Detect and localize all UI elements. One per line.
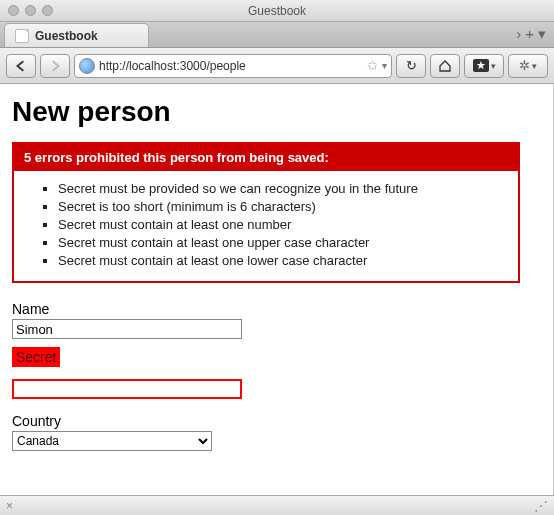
name-input[interactable] bbox=[12, 319, 242, 339]
error-header: 5 errors prohibited this person from bei… bbox=[14, 144, 518, 171]
reload-button[interactable]: ↻ bbox=[396, 54, 426, 78]
status-close-icon[interactable]: × bbox=[6, 499, 13, 513]
url-dropdown-icon[interactable]: ▾ bbox=[382, 60, 387, 71]
status-bar: × ⋰ bbox=[0, 495, 554, 515]
forward-button[interactable] bbox=[40, 54, 70, 78]
name-label: Name bbox=[12, 301, 541, 317]
field-country: Country Canada bbox=[12, 413, 541, 451]
error-item: Secret is too short (minimum is 6 charac… bbox=[58, 199, 508, 214]
error-item: Secret must contain at least one lower c… bbox=[58, 253, 508, 268]
tab-list-icon[interactable]: › bbox=[516, 25, 521, 43]
extensions-button[interactable]: ✲ ▾ bbox=[508, 54, 548, 78]
bookmarks-button[interactable]: ★ ▾ bbox=[464, 54, 504, 78]
error-explanation: 5 errors prohibited this person from bei… bbox=[12, 142, 520, 283]
error-item: Secret must contain at least one number bbox=[58, 217, 508, 232]
secret-label: Secret bbox=[12, 347, 60, 367]
url-bar[interactable]: http://localhost:3000/people ✩ ▾ bbox=[74, 54, 392, 78]
tab-menu-icon[interactable]: ▾ bbox=[538, 25, 546, 43]
new-tab-icon[interactable]: + bbox=[525, 25, 534, 43]
rss-icon[interactable]: ✩ bbox=[367, 58, 378, 73]
error-list: Secret must be provided so we can recogn… bbox=[14, 181, 518, 268]
page-heading: New person bbox=[12, 96, 541, 128]
field-secret: Secret bbox=[12, 347, 541, 399]
country-select[interactable]: Canada bbox=[12, 431, 212, 451]
window-title: Guestbook bbox=[0, 4, 554, 18]
tab-bar: Guestbook › + ▾ bbox=[0, 22, 554, 48]
page-icon bbox=[15, 29, 29, 43]
error-item: Secret must contain at least one upper c… bbox=[58, 235, 508, 250]
browser-toolbar: http://localhost:3000/people ✩ ▾ ↻ ★ ▾ ✲… bbox=[0, 48, 554, 84]
error-item: Secret must be provided so we can recogn… bbox=[58, 181, 508, 196]
field-name: Name bbox=[12, 301, 541, 339]
page-content: New person 5 errors prohibited this pers… bbox=[0, 84, 554, 495]
url-text: http://localhost:3000/people bbox=[99, 59, 363, 73]
country-label: Country bbox=[12, 413, 541, 429]
tab-guestbook[interactable]: Guestbook bbox=[4, 23, 149, 47]
home-button[interactable] bbox=[430, 54, 460, 78]
resize-grip-icon[interactable]: ⋰ bbox=[534, 498, 548, 514]
window-titlebar: Guestbook bbox=[0, 0, 554, 22]
secret-input[interactable] bbox=[12, 379, 242, 399]
globe-icon bbox=[79, 58, 95, 74]
tab-label: Guestbook bbox=[35, 29, 98, 43]
tabbar-controls: › + ▾ bbox=[516, 25, 554, 47]
back-button[interactable] bbox=[6, 54, 36, 78]
